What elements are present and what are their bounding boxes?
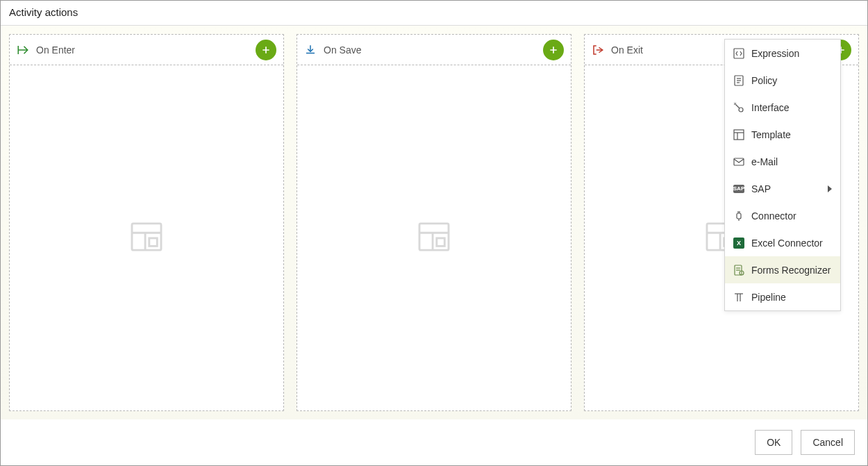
column-header-on-save: On Save bbox=[297, 35, 571, 65]
menu-item-label: Policy bbox=[751, 75, 832, 86]
menu-item-label: Expression bbox=[751, 48, 832, 59]
cancel-button[interactable]: Cancel bbox=[801, 430, 855, 455]
column-body-on-enter bbox=[10, 65, 283, 410]
svg-rect-21 bbox=[734, 158, 744, 165]
exit-icon bbox=[592, 44, 604, 56]
svg-rect-18 bbox=[734, 130, 744, 140]
dialog-title: Activity actions bbox=[1, 1, 867, 26]
menu-item-forms-recognizer[interactable]: Forms Recognizer bbox=[725, 256, 840, 283]
menu-item-label: Connector bbox=[751, 210, 832, 222]
forms-recognizer-icon bbox=[733, 265, 744, 276]
placeholder-icon bbox=[418, 222, 450, 254]
svg-point-17 bbox=[739, 108, 743, 112]
add-action-menu: Expression Policy Interface Temp bbox=[724, 39, 841, 311]
menu-item-label: Forms Recognizer bbox=[751, 265, 832, 276]
menu-item-label: Interface bbox=[751, 102, 832, 113]
email-icon bbox=[733, 156, 744, 167]
enter-icon bbox=[17, 44, 29, 56]
menu-item-label: SAP bbox=[751, 183, 821, 194]
add-button-on-enter[interactable] bbox=[256, 40, 276, 60]
column-label-on-save: On Save bbox=[324, 44, 536, 56]
template-icon bbox=[733, 129, 744, 140]
menu-item-interface[interactable]: Interface bbox=[725, 94, 840, 121]
expression-icon bbox=[733, 48, 744, 59]
interface-icon bbox=[733, 102, 744, 113]
column-on-enter: On Enter bbox=[9, 34, 284, 411]
column-on-save: On Save bbox=[297, 34, 571, 411]
svg-rect-7 bbox=[437, 238, 444, 245]
menu-item-excel-connector[interactable]: X Excel Connector bbox=[725, 229, 840, 256]
excel-icon: X bbox=[733, 238, 744, 249]
menu-item-label: e-Mail bbox=[751, 156, 832, 167]
policy-icon bbox=[733, 75, 744, 86]
menu-item-policy[interactable]: Policy bbox=[725, 67, 840, 94]
menu-item-sap[interactable]: SAP SAP bbox=[725, 175, 840, 202]
sap-icon: SAP bbox=[733, 183, 744, 194]
menu-item-label: Template bbox=[751, 129, 832, 140]
svg-rect-3 bbox=[149, 238, 157, 245]
menu-item-label: Excel Connector bbox=[751, 238, 832, 249]
submenu-arrow-icon bbox=[828, 185, 832, 192]
column-body-on-save bbox=[297, 65, 571, 410]
pipeline-icon bbox=[733, 292, 744, 303]
ok-button[interactable]: OK bbox=[755, 430, 792, 455]
menu-item-expression[interactable]: Expression bbox=[725, 40, 840, 67]
column-header-on-enter: On Enter bbox=[10, 35, 283, 65]
add-button-on-save[interactable] bbox=[543, 40, 564, 60]
save-icon bbox=[304, 44, 317, 56]
menu-item-label: Pipeline bbox=[751, 292, 832, 303]
menu-item-pipeline[interactable]: Pipeline bbox=[725, 283, 840, 310]
svg-rect-12 bbox=[734, 49, 744, 58]
svg-rect-22 bbox=[737, 213, 741, 219]
menu-item-template[interactable]: Template bbox=[725, 121, 840, 148]
menu-item-connector[interactable]: Connector bbox=[725, 202, 840, 229]
menu-item-email[interactable]: e-Mail bbox=[725, 148, 840, 175]
dialog-footer: OK Cancel bbox=[1, 419, 867, 465]
placeholder-icon bbox=[131, 222, 162, 254]
column-label-on-enter: On Enter bbox=[36, 44, 249, 56]
connector-icon bbox=[733, 210, 744, 222]
